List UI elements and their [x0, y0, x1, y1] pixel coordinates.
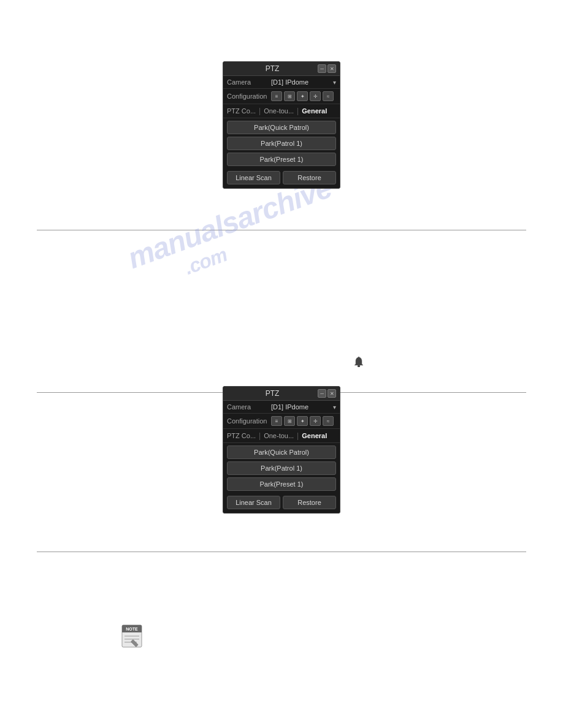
ptz-camera-dropdown-2[interactable]: ▾	[333, 404, 336, 411]
config-icon-list-2[interactable]: ≡	[271, 416, 282, 426]
ptz-btn-restore-1[interactable]: Restore	[283, 171, 336, 184]
ptz-tab-onetou-1[interactable]: One-tou...	[262, 107, 295, 115]
config-icon-sun-1[interactable]: ✦	[297, 91, 308, 101]
ptz-tab-general-1[interactable]: General	[301, 107, 328, 115]
ptz-minimize-2[interactable]: ─	[318, 389, 326, 398]
ptz-tabs-2: PTZ Co... | One-tou... | General	[223, 429, 340, 443]
bell-icon	[352, 355, 366, 369]
config-icon-plus-2[interactable]: ✛	[310, 416, 321, 426]
ptz-tab-ptzco-2[interactable]: PTZ Co...	[226, 431, 257, 440]
ptz-config-row-2: Configuration ≡ ⊞ ✦ ✛ ≈	[223, 414, 340, 429]
ptz-camera-value-1: [D1] IPdome	[271, 78, 333, 86]
ptz-close-1[interactable]: ✕	[327, 64, 336, 73]
ptz-config-icons-1: ≡ ⊞ ✦ ✛ ≈	[271, 91, 334, 101]
ptz-tabs-1: PTZ Co... | One-tou... | General	[223, 104, 340, 118]
ptz-config-row-1: Configuration ≡ ⊞ ✦ ✛ ≈	[223, 89, 340, 104]
config-icon-wave-1[interactable]: ≈	[323, 91, 334, 101]
ptz-config-label-1: Configuration	[227, 93, 271, 100]
page-container: manualsarchive .com PTZ ─ ✕ Camera [D1] …	[0, 0, 563, 728]
ptz-btn-restore-2[interactable]: Restore	[283, 496, 336, 509]
ptz-camera-row-1: Camera [D1] IPdome ▾	[223, 76, 340, 89]
ptz-camera-row-2: Camera [D1] IPdome ▾	[223, 401, 340, 414]
note-icon: NOTE	[120, 624, 144, 648]
ptz-camera-label-2: Camera	[227, 403, 271, 411]
ptz-camera-dropdown-1[interactable]: ▾	[333, 79, 336, 86]
divider-3	[37, 552, 526, 552]
ptz-bottom-row-1: Linear Scan Restore	[223, 169, 340, 188]
ptz-btn-quick-patrol-2[interactable]: Park(Quick Patrol)	[227, 446, 336, 459]
ptz-btn-linear-scan-1[interactable]: Linear Scan	[227, 171, 280, 184]
ptz-btn-preset1-2[interactable]: Park(Preset 1)	[227, 477, 336, 491]
config-icon-grid-1[interactable]: ⊞	[284, 91, 295, 101]
ptz-controls-1: ─ ✕	[318, 64, 336, 73]
ptz-tab-ptzco-1[interactable]: PTZ Co...	[226, 107, 257, 115]
ptz-title-2: PTZ	[227, 389, 318, 398]
ptz-btn-quick-patrol-1[interactable]: Park(Quick Patrol)	[227, 121, 336, 134]
config-icon-wave-2[interactable]: ≈	[323, 416, 334, 426]
divider-1	[37, 230, 526, 230]
ptz-panel-2: PTZ ─ ✕ Camera [D1] IPdome ▾ Configurati…	[223, 386, 340, 514]
ptz-titlebar-2: PTZ ─ ✕	[223, 387, 340, 401]
bell-svg	[353, 356, 365, 368]
ptz-tab-onetou-2[interactable]: One-tou...	[262, 431, 295, 440]
ptz-controls-2: ─ ✕	[318, 389, 336, 398]
ptz-title-1: PTZ	[227, 64, 318, 73]
bell-icon-container	[352, 355, 366, 369]
ptz-btn-patrol1-1[interactable]: Park(Patrol 1)	[227, 137, 336, 150]
note-icon-container: NOTE	[120, 624, 144, 650]
ptz-btn-preset1-1[interactable]: Park(Preset 1)	[227, 153, 336, 166]
ptz-tab-general-2[interactable]: General	[301, 431, 328, 440]
config-icon-list-1[interactable]: ≡	[271, 91, 282, 101]
config-icon-plus-1[interactable]: ✛	[310, 91, 321, 101]
config-icon-grid-2[interactable]: ⊞	[284, 416, 295, 426]
config-icon-sun-2[interactable]: ✦	[297, 416, 308, 426]
watermark-2: .com	[182, 245, 229, 278]
svg-text:NOTE: NOTE	[126, 627, 138, 631]
ptz-minimize-1[interactable]: ─	[318, 64, 326, 73]
ptz-close-2[interactable]: ✕	[327, 389, 336, 398]
ptz-btn-linear-scan-2[interactable]: Linear Scan	[227, 496, 280, 509]
ptz-buttons-1: Park(Quick Patrol) Park(Patrol 1) Park(P…	[223, 118, 340, 169]
ptz-bottom-row-2: Linear Scan Restore	[223, 493, 340, 513]
ptz-btn-patrol1-2[interactable]: Park(Patrol 1)	[227, 461, 336, 475]
ptz-config-label-2: Configuration	[227, 417, 271, 425]
ptz-config-icons-2: ≡ ⊞ ✦ ✛ ≈	[271, 416, 334, 426]
ptz-buttons-2: Park(Quick Patrol) Park(Patrol 1) Park(P…	[223, 443, 340, 493]
svg-rect-0	[358, 365, 360, 367]
svg-rect-1	[358, 357, 359, 358]
ptz-camera-label-1: Camera	[227, 78, 271, 86]
ptz-titlebar-1: PTZ ─ ✕	[223, 62, 340, 76]
ptz-camera-value-2: [D1] IPdome	[271, 403, 333, 411]
ptz-panel-1: PTZ ─ ✕ Camera [D1] IPdome ▾ Configurati…	[223, 61, 340, 189]
